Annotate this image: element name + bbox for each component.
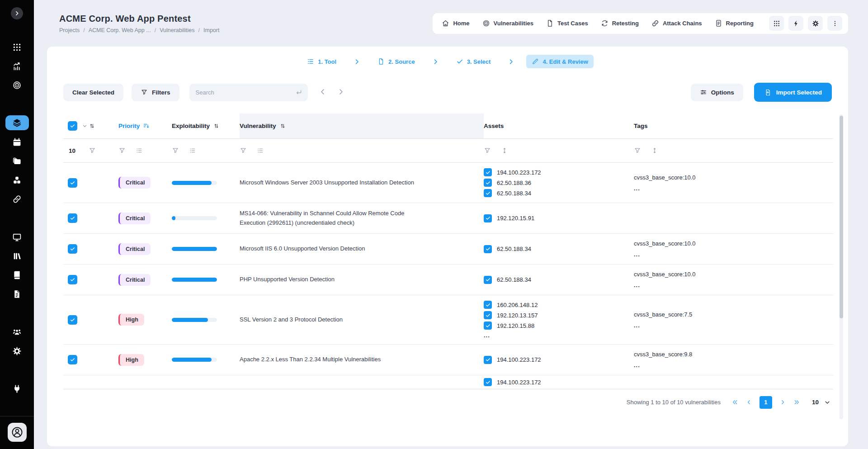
- step-3-select[interactable]: 3. Select: [451, 55, 496, 68]
- flist-filter-button[interactable]: [136, 147, 143, 154]
- filters-button[interactable]: Filters: [132, 84, 179, 101]
- sidebar-item-analytics-chart[interactable]: [5, 57, 29, 76]
- options-button[interactable]: Options: [691, 84, 743, 101]
- row-checkbox[interactable]: [68, 275, 77, 284]
- column-header-assets[interactable]: Assets: [484, 113, 634, 138]
- action-button-apps-grid[interactable]: [769, 16, 784, 31]
- nav-item-retesting[interactable]: Retesting: [601, 19, 639, 27]
- step-4-edit-review[interactable]: 4. Edit & Review: [526, 55, 593, 68]
- chevron-down-icon[interactable]: [82, 123, 88, 129]
- row-checkbox[interactable]: [68, 178, 77, 188]
- column-header-tags[interactable]: Tags: [634, 113, 833, 138]
- funnel-filter-button[interactable]: [240, 147, 247, 154]
- asset-checkbox[interactable]: [484, 276, 492, 284]
- funnel-filter-button[interactable]: [118, 147, 126, 154]
- scrollbar-thumb[interactable]: [840, 116, 843, 318]
- sidebar-item-layers[interactable]: [5, 115, 29, 130]
- sidebar-expand-button[interactable]: [11, 7, 23, 19]
- next-page-arrow[interactable]: [337, 88, 345, 97]
- sidebar-item-library[interactable]: [5, 246, 29, 265]
- assets-more-ellipsis[interactable]: ...: [484, 332, 634, 339]
- step-1-tool[interactable]: 1. Tool: [302, 55, 342, 68]
- asset-checkbox[interactable]: [484, 179, 492, 187]
- row-checkbox[interactable]: [68, 244, 77, 254]
- action-button-gear[interactable]: [808, 16, 823, 31]
- flist-filter-button[interactable]: [189, 147, 196, 154]
- breadcrumb-item[interactable]: Import: [203, 27, 219, 33]
- nav-item-test-cases[interactable]: Test Cases: [546, 19, 588, 27]
- tag-more-ellipsis[interactable]: ...: [634, 322, 833, 329]
- sidebar-item-cubes[interactable]: [5, 170, 29, 189]
- breadcrumb-item[interactable]: Vulnerabilities: [160, 27, 194, 33]
- funnel-filter-button[interactable]: [484, 147, 491, 154]
- severity-sort-header[interactable]: [89, 113, 118, 138]
- sidebar-item-users[interactable]: [5, 322, 29, 341]
- tag-more-ellipsis[interactable]: ...: [634, 185, 833, 192]
- breadcrumb-item[interactable]: Projects: [59, 27, 80, 33]
- asset-checkbox[interactable]: [484, 245, 492, 253]
- import-selected-button[interactable]: Import Selected: [754, 83, 832, 102]
- exploitability-bar-fill: [172, 181, 212, 185]
- asset-item: 194.100.223.172: [484, 378, 634, 386]
- column-header-priority[interactable]: Priority: [118, 113, 172, 138]
- asset-item: 62.50.188.36: [484, 179, 634, 187]
- action-button-lightning[interactable]: [788, 16, 803, 31]
- exploitability-bar-fill: [172, 358, 212, 362]
- file-icon: [546, 19, 554, 27]
- flist-filter-button[interactable]: [257, 147, 264, 154]
- funnel-filter-button[interactable]: [89, 147, 96, 154]
- sidebar-item-book[interactable]: [5, 265, 29, 284]
- asset-checkbox[interactable]: [484, 189, 492, 197]
- select-all-checkbox[interactable]: [68, 121, 77, 131]
- sidebar-item-chain-link[interactable]: [5, 189, 29, 208]
- nav-item-reporting[interactable]: Reporting: [715, 19, 754, 27]
- funnel-filter-button[interactable]: [634, 147, 641, 154]
- asset-checkbox[interactable]: [484, 301, 492, 309]
- column-header-exploitability[interactable]: Exploitability: [172, 113, 240, 138]
- last-page-button[interactable]: [793, 399, 800, 406]
- nav-item-home[interactable]: Home: [442, 19, 469, 27]
- user-avatar[interactable]: [8, 423, 27, 442]
- column-header-vulnerability[interactable]: Vulnerability: [240, 113, 484, 138]
- funnel-filter-button[interactable]: [172, 147, 179, 154]
- current-page[interactable]: 1: [760, 396, 772, 409]
- row-checkbox[interactable]: [68, 355, 77, 364]
- asset-checkbox[interactable]: [484, 168, 492, 176]
- step-2-source[interactable]: 2. Source: [372, 55, 420, 68]
- breadcrumb-item[interactable]: ACME Corp. Web App ...: [89, 27, 151, 33]
- next-page-button[interactable]: [779, 399, 786, 406]
- sidebar-item-target[interactable]: [5, 76, 29, 95]
- sidebar-item-plug[interactable]: [5, 379, 29, 398]
- tag-more-ellipsis[interactable]: ...: [634, 251, 833, 258]
- asset-checkbox[interactable]: [484, 311, 492, 319]
- tag-more-ellipsis[interactable]: ...: [634, 282, 833, 288]
- first-page-button[interactable]: [731, 399, 738, 406]
- sort-descending-icon: [143, 123, 150, 129]
- row-checkbox[interactable]: [68, 315, 77, 325]
- action-button-kebab-menu[interactable]: [827, 16, 842, 31]
- sidebar-item-gear[interactable]: [5, 341, 29, 360]
- updown-filter-button[interactable]: [651, 147, 658, 154]
- exploitability-bar: [172, 216, 217, 220]
- sidebar-item-calendar[interactable]: [5, 132, 29, 151]
- funnel-icon: [89, 147, 96, 154]
- clear-selected-button[interactable]: Clear Selected: [63, 84, 123, 101]
- asset-checkbox[interactable]: [484, 214, 492, 222]
- sidebar-item-apps-grid[interactable]: [5, 38, 29, 57]
- search-input[interactable]: [196, 89, 295, 96]
- nav-item-label: Attack Chains: [663, 20, 702, 27]
- asset-checkbox[interactable]: [484, 321, 492, 330]
- page-size-select[interactable]: 10: [812, 399, 830, 406]
- asset-checkbox[interactable]: [484, 356, 492, 364]
- sidebar-item-folder[interactable]: [5, 151, 29, 170]
- prev-page-arrow[interactable]: [319, 88, 327, 97]
- nav-item-attack-chains[interactable]: Attack Chains: [651, 19, 702, 27]
- sidebar-item-file-text[interactable]: [5, 284, 29, 303]
- prev-page-button[interactable]: [745, 399, 752, 406]
- row-checkbox[interactable]: [68, 213, 77, 223]
- sidebar-item-monitor[interactable]: [5, 227, 29, 246]
- updown-filter-button[interactable]: [501, 147, 508, 154]
- asset-checkbox[interactable]: [484, 378, 492, 386]
- tag-more-ellipsis[interactable]: ...: [634, 362, 833, 369]
- nav-item-vulnerabilities[interactable]: Vulnerabilities: [482, 19, 533, 27]
